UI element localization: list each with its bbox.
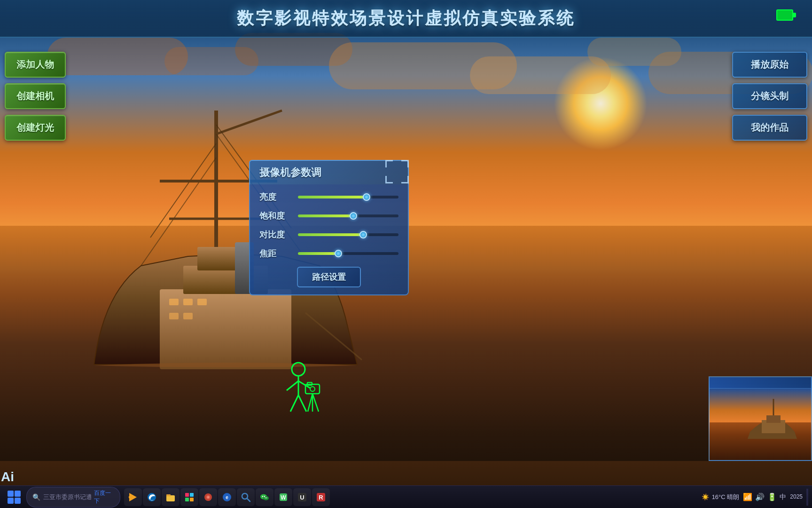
svg-point-44 <box>207 496 209 498</box>
svg-point-51 <box>262 496 263 497</box>
create-light-button[interactable]: 创建灯光 <box>5 115 66 141</box>
svg-rect-32 <box>766 415 781 423</box>
camera-panel-title: 摄像机参数调 <box>249 160 409 184</box>
svg-rect-8 <box>160 289 291 369</box>
keyboard-icon[interactable]: 中 <box>780 493 786 501</box>
taskbar-app-6[interactable]: e <box>218 488 236 506</box>
show-desktop-button[interactable] <box>806 489 808 506</box>
svg-line-3 <box>150 143 216 238</box>
speaker-icon[interactable]: 🔊 <box>755 492 765 501</box>
saturation-thumb[interactable] <box>350 212 357 220</box>
weather-text: 16°C 晴朗 <box>712 493 740 501</box>
saturation-slider[interactable] <box>298 214 398 217</box>
crosshair-top-left <box>385 160 393 167</box>
battery-icon <box>776 9 793 21</box>
taskbar-app-search[interactable] <box>237 488 255 506</box>
mini-preview-window <box>709 376 812 461</box>
svg-line-1 <box>216 111 282 134</box>
taskbar-weather: ☀️ 16°C 晴朗 <box>702 493 740 501</box>
taskbar-search-text: 三亚市委原书记遭... <box>43 493 91 501</box>
svg-rect-41 <box>190 498 194 501</box>
svg-point-52 <box>264 496 265 497</box>
contrast-thumb[interactable] <box>359 231 367 238</box>
taskbar-app-store[interactable] <box>180 488 198 506</box>
sun-weather-icon: ☀️ <box>702 493 709 500</box>
svg-text:e: e <box>226 495 228 500</box>
brightness-slider[interactable] <box>298 196 398 198</box>
crosshair-indicator <box>385 160 409 183</box>
focal-slider[interactable] <box>298 252 398 255</box>
saturation-row: 饱和度 <box>259 210 398 222</box>
brightness-row: 亮度 <box>259 191 398 203</box>
header-title: 数字影视特效场景设计虚拟仿真实验系统 <box>237 7 575 30</box>
crosshair-bottom-right <box>401 176 409 183</box>
svg-rect-13 <box>197 299 207 305</box>
svg-marker-33 <box>129 493 137 501</box>
svg-point-50 <box>263 496 269 500</box>
focal-label: 焦距 <box>259 248 292 259</box>
mini-preview-header <box>710 377 811 389</box>
contrast-slider[interactable] <box>298 233 398 236</box>
svg-text:R: R <box>319 494 323 501</box>
taskbar-time: 2025 <box>790 493 803 501</box>
brightness-thumb[interactable] <box>363 193 370 201</box>
path-settings-button[interactable]: 路径设置 <box>297 267 361 287</box>
svg-line-27 <box>308 394 312 412</box>
svg-rect-34 <box>129 496 130 498</box>
svg-rect-38 <box>185 493 189 497</box>
baidu-label[interactable]: 百度一下 <box>94 489 114 505</box>
taskbar-app-explorer[interactable] <box>124 488 142 506</box>
taskbar-app-wechat[interactable] <box>256 488 273 506</box>
camera-panel-body: 亮度 饱和度 对比度 <box>249 184 409 295</box>
svg-rect-15 <box>183 313 193 319</box>
svg-line-23 <box>298 395 306 412</box>
focal-thumb[interactable] <box>335 250 342 257</box>
taskbar-app-edge[interactable] <box>143 488 161 506</box>
my-works-button[interactable]: 我的作品 <box>732 115 807 141</box>
taskbar-apps: e W <box>124 488 330 506</box>
svg-point-54 <box>266 497 267 498</box>
svg-line-48 <box>247 499 250 501</box>
header: 数字影视特效场景设计虚拟仿真实验系统 <box>0 0 812 38</box>
svg-rect-37 <box>166 494 171 496</box>
taskbar-app-unity[interactable]: U <box>293 488 311 506</box>
svg-rect-39 <box>190 493 194 497</box>
focal-row: 焦距 <box>259 248 398 259</box>
svg-point-25 <box>310 387 315 391</box>
taskbar-app-9[interactable]: W <box>274 488 292 506</box>
svg-text:U: U <box>300 494 304 501</box>
svg-rect-11 <box>169 299 179 305</box>
top-right-indicator <box>776 9 793 21</box>
svg-point-18 <box>292 363 305 376</box>
battery-status-icon[interactable]: 🔋 <box>767 492 777 501</box>
svg-point-53 <box>265 497 266 498</box>
crosshair-bottom-left <box>385 176 393 183</box>
contrast-label: 对比度 <box>259 229 292 240</box>
system-tray: 📶 🔊 🔋 中 <box>743 492 786 501</box>
taskbar-search[interactable]: 🔍 三亚市委原书记遭... 百度一下 <box>26 487 120 508</box>
taskbar-app-5[interactable] <box>199 488 217 506</box>
network-icon[interactable]: 📶 <box>743 492 752 501</box>
taskbar-app-11[interactable]: R <box>312 488 330 506</box>
taskbar: 🔍 三亚市委原书记遭... 百度一下 <box>0 485 812 508</box>
svg-line-22 <box>290 395 298 412</box>
camera-panel: 摄像机参数调 亮度 饱和度 对比度 <box>249 160 409 295</box>
contrast-row: 对比度 <box>259 229 398 240</box>
svg-text:W: W <box>281 494 286 501</box>
saturation-label: 饱和度 <box>259 210 292 222</box>
svg-rect-40 <box>185 498 189 501</box>
svg-line-29 <box>312 394 319 412</box>
create-camera-button[interactable]: 创建相机 <box>5 83 66 109</box>
start-button[interactable] <box>4 488 24 506</box>
split-shot-button[interactable]: 分镜头制 <box>732 83 807 109</box>
ai-label: Ai <box>1 469 14 484</box>
taskbar-year: 2025 <box>790 493 803 501</box>
taskbar-app-folder[interactable] <box>162 488 180 506</box>
search-icon: 🔍 <box>32 493 40 501</box>
camera-figure <box>273 360 329 421</box>
add-character-button[interactable]: 添加人物 <box>5 52 66 78</box>
svg-point-35 <box>148 493 156 501</box>
play-original-button[interactable]: 播放原始 <box>732 52 807 78</box>
svg-line-20 <box>287 381 298 390</box>
svg-rect-14 <box>169 313 179 319</box>
